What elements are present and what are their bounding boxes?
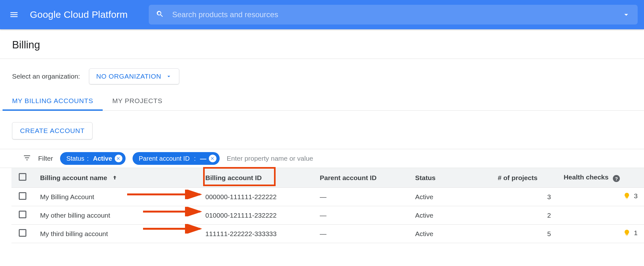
cell-status: Active xyxy=(409,225,491,243)
cell-billing-id[interactable]: 111111-222222-333333 xyxy=(199,225,313,243)
col-name-label: Billing account name xyxy=(40,174,107,181)
cell-name[interactable]: My other billing account xyxy=(34,206,199,225)
select-all-checkbox[interactable] xyxy=(19,173,26,181)
filter-chip-status[interactable]: Status: Active xyxy=(60,152,126,165)
chip-key: Parent account ID xyxy=(139,155,190,162)
col-billing-id[interactable]: Billing account ID xyxy=(199,168,313,188)
filter-row: Filter Status: Active Parent account ID … xyxy=(0,149,644,168)
org-select[interactable]: NO ORGANIZATION xyxy=(89,68,180,84)
cell-billing-id[interactable]: 000000-111111-222222 xyxy=(199,188,313,206)
chip-key: Status xyxy=(66,155,85,162)
chip-remove[interactable] xyxy=(115,155,122,162)
close-icon xyxy=(116,156,121,161)
cell-name[interactable]: My Billing Account xyxy=(34,188,199,206)
row-checkbox[interactable] xyxy=(19,229,26,237)
col-checkbox xyxy=(11,168,34,188)
col-parent-id[interactable]: Parent account ID xyxy=(313,168,409,188)
lightbulb-icon xyxy=(623,192,631,200)
cell-health: 1 xyxy=(557,225,644,243)
tabs: MY BILLING ACCOUNTS MY PROJECTS xyxy=(0,92,644,111)
cell-name[interactable]: My third billing account xyxy=(34,225,199,243)
col-health[interactable]: Health checks ? xyxy=(557,168,644,188)
col-name[interactable]: Billing account name xyxy=(34,168,199,188)
table-row: My other billing account010000-121111-23… xyxy=(11,206,644,225)
top-bar: Google Cloud Platform xyxy=(0,0,644,29)
search-icon xyxy=(156,10,164,19)
tab-my-projects[interactable]: MY PROJECTS xyxy=(103,92,172,110)
cell-parent-id: — xyxy=(313,206,409,225)
dropdown-icon xyxy=(166,73,172,80)
page-header: Billing xyxy=(0,29,644,59)
row-checkbox[interactable] xyxy=(19,211,26,218)
table-header-row: Billing account name Billing account ID … xyxy=(11,168,644,188)
create-account-button[interactable]: CREATE ACCOUNT xyxy=(12,122,92,139)
cell-status: Active xyxy=(409,206,491,225)
filter-input[interactable] xyxy=(227,155,632,162)
app-logo[interactable]: Google Cloud Platform xyxy=(30,9,128,20)
cell-projects: 2 xyxy=(491,206,557,225)
filter-label: Filter xyxy=(38,155,53,162)
search-input[interactable] xyxy=(172,10,613,19)
table-row: My Billing Account000000-111111-222222—A… xyxy=(11,188,644,206)
chevron-down-icon xyxy=(622,10,631,19)
org-row: Select an organization: NO ORGANIZATION xyxy=(0,59,644,92)
chip-remove[interactable] xyxy=(209,155,216,162)
sort-asc-icon xyxy=(109,174,118,181)
col-status[interactable]: Status xyxy=(409,168,491,188)
action-row: CREATE ACCOUNT xyxy=(0,111,644,149)
cell-parent-id: — xyxy=(313,225,409,243)
app-title: Google Cloud Platform xyxy=(30,9,128,20)
health-indicator[interactable]: 3 xyxy=(623,192,638,200)
page: Billing Select an organization: NO ORGAN… xyxy=(0,29,644,243)
cell-parent-id: — xyxy=(313,188,409,206)
menu-button[interactable] xyxy=(6,7,22,22)
tab-my-billing-accounts[interactable]: MY BILLING ACCOUNTS xyxy=(3,92,103,110)
cell-billing-id[interactable]: 010000-121111-232222 xyxy=(199,206,313,225)
health-count: 1 xyxy=(634,229,638,237)
table-row: My third billing account111111-222222-33… xyxy=(11,225,644,243)
help-icon[interactable]: ? xyxy=(613,175,620,182)
cell-projects: 5 xyxy=(491,225,557,243)
cell-projects: 3 xyxy=(491,188,557,206)
billing-accounts-table: Billing account name Billing account ID … xyxy=(11,168,644,243)
col-projects[interactable]: # of projects xyxy=(491,168,557,188)
cell-status: Active xyxy=(409,188,491,206)
search-box[interactable] xyxy=(149,5,638,24)
hamburger-icon xyxy=(9,10,19,19)
chip-value: — xyxy=(200,155,206,162)
health-indicator[interactable]: 1 xyxy=(623,229,638,237)
page-title: Billing xyxy=(12,39,632,51)
cell-health: 3 xyxy=(557,188,644,206)
lightbulb-icon xyxy=(623,229,631,237)
row-checkbox[interactable] xyxy=(19,192,26,200)
filter-icon xyxy=(23,154,31,163)
close-icon xyxy=(210,156,215,161)
col-health-label: Health checks xyxy=(564,173,608,181)
search-expand[interactable] xyxy=(622,10,631,19)
org-label: Select an organization: xyxy=(12,73,80,80)
table-container: Billing account name Billing account ID … xyxy=(0,168,644,243)
cell-health xyxy=(557,206,644,225)
chip-value: Active xyxy=(93,155,112,162)
health-count: 3 xyxy=(634,192,638,200)
org-selected: NO ORGANIZATION xyxy=(96,73,161,80)
filter-chip-parent[interactable]: Parent account ID : — xyxy=(133,152,220,165)
